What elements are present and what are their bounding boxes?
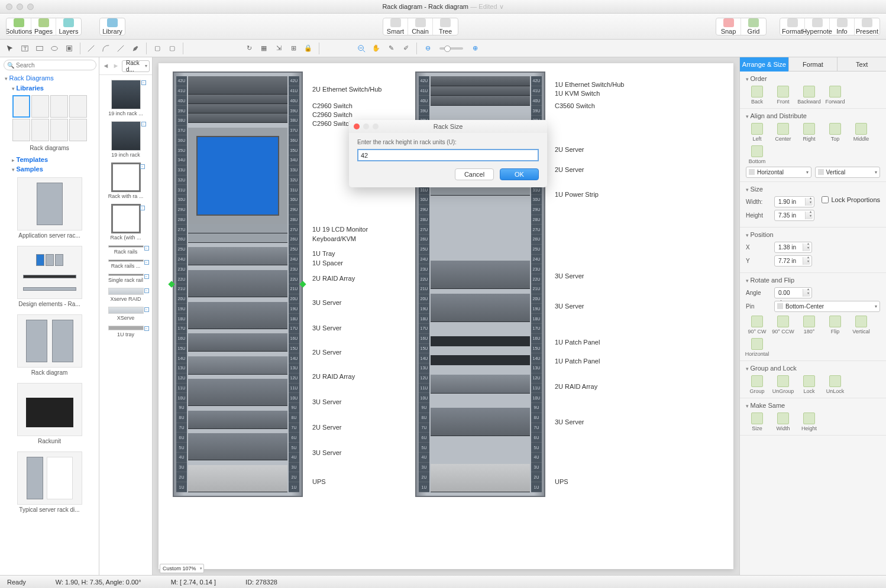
- ellipse-tool[interactable]: [48, 42, 61, 55]
- pages-button[interactable]: Pages: [31, 18, 56, 35]
- flip-button[interactable]: Flip: [824, 316, 846, 334]
- misc-tool[interactable]: [63, 42, 76, 55]
- rack-device[interactable]: [188, 224, 287, 233]
- rack-device[interactable]: [188, 406, 287, 411]
- rack-device[interactable]: [431, 355, 530, 365]
- shape-item[interactable]: ▫: [108, 326, 144, 330]
- x-field[interactable]: 1.38 in: [774, 242, 812, 253]
- rack-device[interactable]: [188, 429, 287, 434]
- rack-device[interactable]: [431, 464, 530, 492]
- center-button[interactable]: Center: [772, 123, 794, 142]
- rack-device[interactable]: [431, 76, 530, 86]
- tree-root[interactable]: Rack Diagrams: [0, 73, 99, 83]
- zoom-select[interactable]: Custom 107%: [160, 564, 204, 573]
- align-v-select[interactable]: Vertical: [815, 167, 881, 178]
- eyedropper-tool[interactable]: ✎: [384, 42, 397, 55]
- rack-device[interactable]: [188, 329, 287, 334]
- rack-device[interactable]: [188, 333, 287, 352]
- rack-device[interactable]: [188, 247, 287, 265]
- lib-thumb[interactable]: [31, 119, 49, 141]
- right-button[interactable]: Right: [798, 123, 820, 142]
- present-button[interactable]: Present: [855, 18, 879, 35]
- brush-tool[interactable]: ✐: [399, 42, 412, 55]
- search-box[interactable]: 🔍 ⌂: [4, 60, 95, 70]
- sample-item[interactable]: Rack diagram: [0, 311, 99, 379]
- lib-thumb[interactable]: [12, 95, 30, 118]
- cancel-button[interactable]: Cancel: [455, 168, 494, 180]
- tab-arrange[interactable]: Arrange & Size: [740, 57, 788, 72]
- grid-button[interactable]: Grid: [741, 18, 766, 35]
- y-field[interactable]: 7.72 in: [774, 255, 812, 267]
- rect-tool[interactable]: [33, 42, 46, 55]
- rack-device[interactable]: [431, 186, 530, 196]
- width-button[interactable]: Width: [772, 412, 794, 431]
- rack-device[interactable]: [431, 294, 530, 322]
- snap-button[interactable]: Snap: [716, 18, 741, 35]
- arc-tool[interactable]: [99, 42, 112, 55]
- size-button[interactable]: Size: [746, 412, 768, 431]
- rack-device[interactable]: [188, 104, 287, 113]
- rack-device[interactable]: [188, 433, 287, 460]
- rack-device[interactable]: [431, 322, 530, 336]
- rack-device[interactable]: [188, 265, 287, 270]
- paint-tool[interactable]: ▢: [151, 42, 164, 55]
- lock-button[interactable]: Lock: [798, 375, 820, 394]
- backward-button[interactable]: Backward: [798, 86, 820, 105]
- rack-device[interactable]: [431, 346, 530, 356]
- rack-device[interactable]: [188, 123, 287, 128]
- rack-device[interactable]: [188, 76, 287, 95]
- 90-ccw-button[interactable]: 90° CCW: [772, 316, 794, 334]
- vertical-button[interactable]: Vertical: [850, 316, 872, 334]
- select-tool[interactable]: [4, 42, 17, 55]
- hypernote-button[interactable]: Hypernote: [805, 18, 830, 35]
- lib-thumb[interactable]: [12, 119, 30, 141]
- rotate-tool[interactable]: ↻: [242, 42, 256, 55]
- tab-text[interactable]: Text: [837, 57, 886, 72]
- group-button[interactable]: Group: [746, 375, 768, 394]
- lib-thumb[interactable]: [31, 95, 49, 118]
- rack-height-input[interactable]: [357, 149, 539, 161]
- align-tool[interactable]: ▦: [257, 42, 270, 55]
- shape-item[interactable]: ▫: [111, 163, 141, 192]
- lock-proportions[interactable]: Lock Proportions: [822, 196, 880, 203]
- height-button[interactable]: Height: [798, 412, 820, 431]
- shape-item[interactable]: ▫: [108, 274, 144, 276]
- tree-libraries[interactable]: Libraries: [0, 83, 99, 93]
- zoom-out-icon[interactable]: [355, 42, 368, 55]
- left-button[interactable]: Left: [746, 123, 768, 142]
- unlock-button[interactable]: UnLock: [824, 375, 846, 394]
- rack-device[interactable]: [431, 196, 530, 261]
- lib-thumb[interactable]: [50, 119, 68, 141]
- line-tool[interactable]: [85, 42, 98, 55]
- zoom-slider[interactable]: [439, 47, 463, 50]
- group-tool[interactable]: ⊞: [287, 42, 300, 55]
- lib-thumb[interactable]: [69, 95, 87, 118]
- rack-device[interactable]: [431, 96, 530, 106]
- link-tool[interactable]: ▢: [166, 42, 179, 55]
- tree-button[interactable]: Tree: [433, 18, 458, 35]
- chain-button[interactable]: Chain: [408, 18, 433, 35]
- format-button[interactable]: Format: [780, 18, 805, 35]
- 180--button[interactable]: 180°: [798, 316, 820, 334]
- rack-device[interactable]: [431, 86, 530, 96]
- horizontal-button[interactable]: Horizontal: [746, 338, 768, 357]
- rack-device[interactable]: [431, 375, 530, 394]
- shape-item[interactable]: ▫: [111, 121, 141, 151]
- shape-item[interactable]: ▫: [108, 288, 144, 295]
- back-button[interactable]: Back: [746, 86, 768, 105]
- smart-button[interactable]: Smart: [383, 18, 408, 35]
- top-button[interactable]: Top: [824, 123, 846, 142]
- sample-item[interactable]: Design elements - Ra...: [0, 242, 99, 311]
- rack-device[interactable]: [431, 436, 530, 464]
- shape-fwd-icon[interactable]: ►: [112, 62, 120, 70]
- tree-samples[interactable]: Samples: [0, 164, 99, 174]
- pin-select[interactable]: Bottom-Center: [774, 301, 880, 312]
- lib-thumb[interactable]: [50, 95, 68, 118]
- ungroup-button[interactable]: UnGroup: [772, 375, 794, 394]
- shape-item[interactable]: ▫: [108, 307, 144, 314]
- shape-item[interactable]: ▫: [108, 259, 144, 262]
- text-tool[interactable]: T: [18, 42, 31, 55]
- rack-device[interactable]: [188, 302, 287, 329]
- shape-lib-select[interactable]: Rack d...: [122, 60, 150, 72]
- front-button[interactable]: Front: [772, 86, 794, 105]
